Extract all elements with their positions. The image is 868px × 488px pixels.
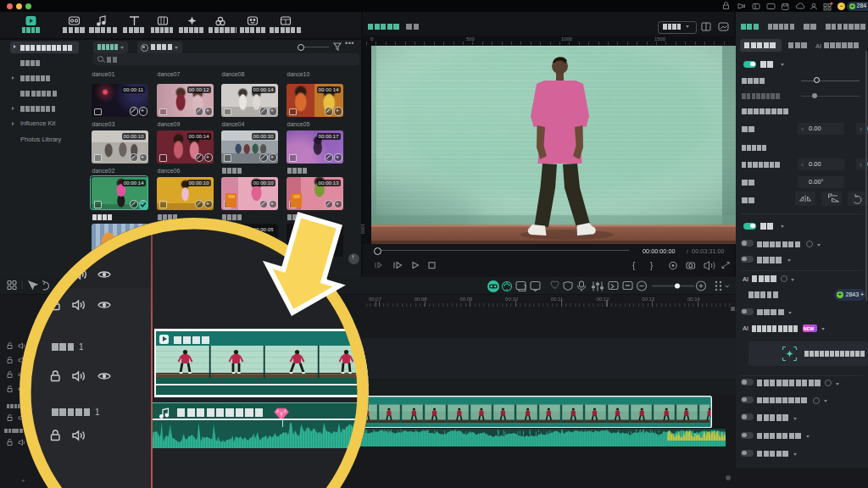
svg-text:{: {: [632, 261, 636, 270]
svg-text:}: }: [650, 261, 654, 270]
